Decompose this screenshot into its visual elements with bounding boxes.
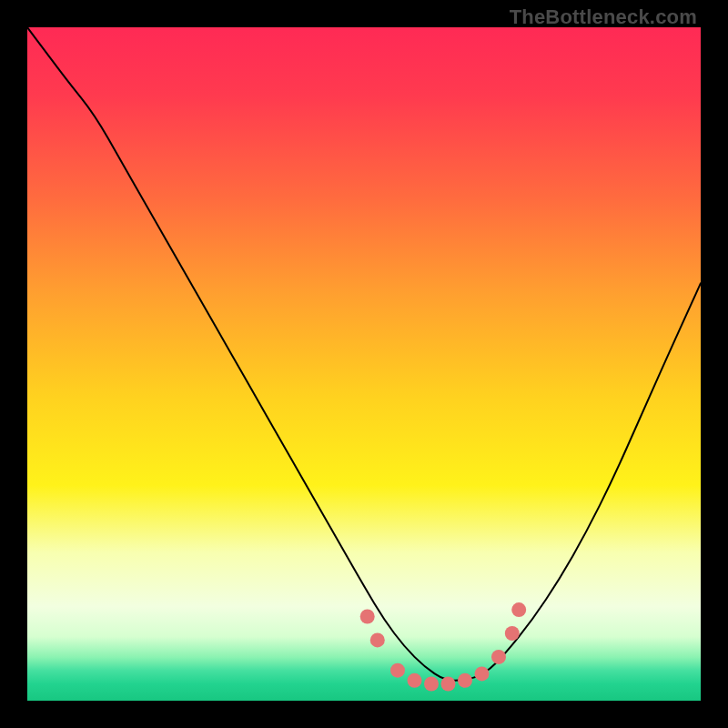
marker-point (441, 677, 456, 692)
marker-point (475, 666, 490, 681)
plot-area (27, 27, 701, 701)
marker-point (360, 610, 375, 624)
marker-point (511, 602, 526, 617)
chart-container: TheBottleneck.com (0, 0, 728, 728)
marker-point (370, 632, 385, 647)
marker-point (505, 626, 520, 641)
watermark-text: TheBottleneck.com (510, 5, 697, 29)
marker-point (390, 663, 405, 678)
marker-point (491, 650, 506, 664)
marker-point (408, 673, 422, 688)
chart-svg (27, 27, 701, 701)
marker-point (458, 673, 472, 688)
gradient-background (27, 27, 701, 701)
marker-point (424, 677, 439, 692)
